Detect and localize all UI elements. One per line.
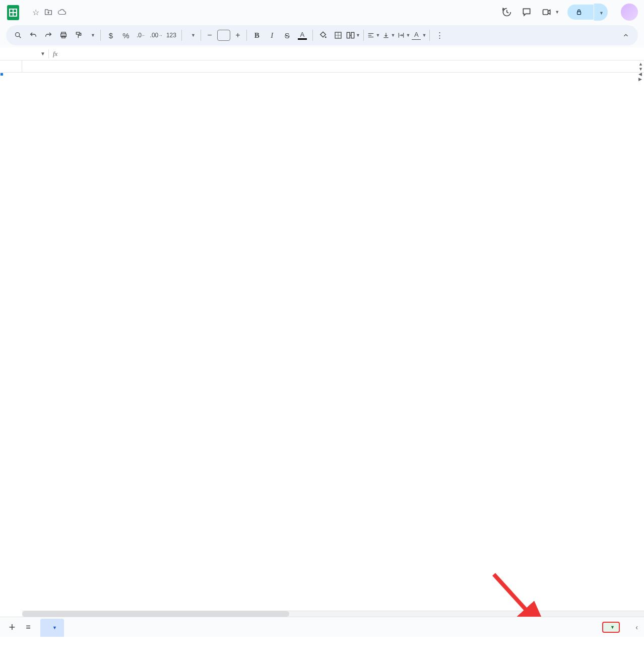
halign-button[interactable]: ▼ [367,28,381,42]
name-box[interactable]: ▼ [0,51,48,56]
currency-button[interactable]: $ [104,28,118,42]
rotate-button[interactable]: A▼ [412,28,426,42]
collapse-toolbar-icon[interactable] [619,28,633,42]
zoom-selector[interactable]: ▼ [87,33,97,38]
move-icon[interactable] [44,9,52,16]
side-panel-toggle-icon[interactable]: ‹ [635,623,638,631]
lock-icon [575,9,583,16]
avatar[interactable] [621,4,638,21]
fontsize-increase-button[interactable]: + [232,30,243,41]
scroll-arrows[interactable]: ▲▼◀▶ [638,61,643,82]
share-dropdown-button[interactable]: ▼ [594,4,608,21]
paint-format-icon[interactable] [72,28,86,42]
redo-icon[interactable] [41,28,55,42]
select-all-corner[interactable] [0,60,22,72]
fill-color-button[interactable] [316,28,330,42]
sheets-logo-icon[interactable] [6,3,20,21]
svg-rect-4 [543,10,548,15]
wrap-button[interactable]: ▼ [397,28,411,42]
quick-sum-box[interactable]: ▼ [602,622,620,633]
borders-button[interactable] [331,28,345,42]
valign-button[interactable]: ▼ [382,28,396,42]
italic-button[interactable]: I [265,28,279,42]
merge-cells-button[interactable]: ▼ [346,28,360,42]
share-button[interactable] [567,5,594,20]
search-icon[interactable] [11,28,25,42]
svg-rect-5 [577,12,581,14]
svg-rect-16 [347,32,350,38]
increase-decimal-icon[interactable]: .00→ [149,28,163,42]
text-color-button[interactable]: A [295,28,309,42]
spreadsheet-grid[interactable]: ▲▼◀▶ [0,60,644,617]
meet-dropdown-icon[interactable]: ▼ [555,10,559,15]
fontsize-input[interactable] [217,30,230,41]
meet-icon[interactable] [541,6,553,18]
horizontal-scrollbar[interactable] [22,611,644,617]
more-formats-button[interactable]: 123 [164,28,178,42]
menu-bar [6,20,638,25]
bold-button[interactable]: B [250,28,264,42]
svg-rect-11 [76,32,80,34]
toolbar: ▼ $ % .0← .00→ 123 ▼ − + B I S A ▼ ▼ ▼ ▼… [6,25,638,45]
star-icon[interactable]: ☆ [32,8,39,17]
comment-icon[interactable] [521,6,533,18]
font-selector[interactable]: ▼ [185,33,198,38]
cloud-status-icon[interactable] [57,9,67,16]
percent-button[interactable]: % [119,28,133,42]
svg-point-12 [325,36,327,38]
history-icon[interactable] [500,6,512,18]
print-icon[interactable] [56,28,71,42]
svg-rect-10 [62,36,66,38]
svg-line-7 [19,36,21,38]
toolbar-more-icon[interactable]: ⋮ [433,28,447,42]
fx-icon: fx [49,50,61,58]
strikethrough-button[interactable]: S [280,28,294,42]
undo-icon[interactable] [26,28,40,42]
all-sheets-button[interactable]: ≡ [20,619,36,635]
svg-point-6 [16,33,20,37]
decrease-decimal-icon[interactable]: .0← [134,28,148,42]
svg-rect-17 [351,32,354,38]
sheet-tab[interactable]: ▼ [40,619,64,637]
fontsize-decrease-button[interactable]: − [204,30,215,41]
add-sheet-button[interactable]: + [4,619,20,635]
